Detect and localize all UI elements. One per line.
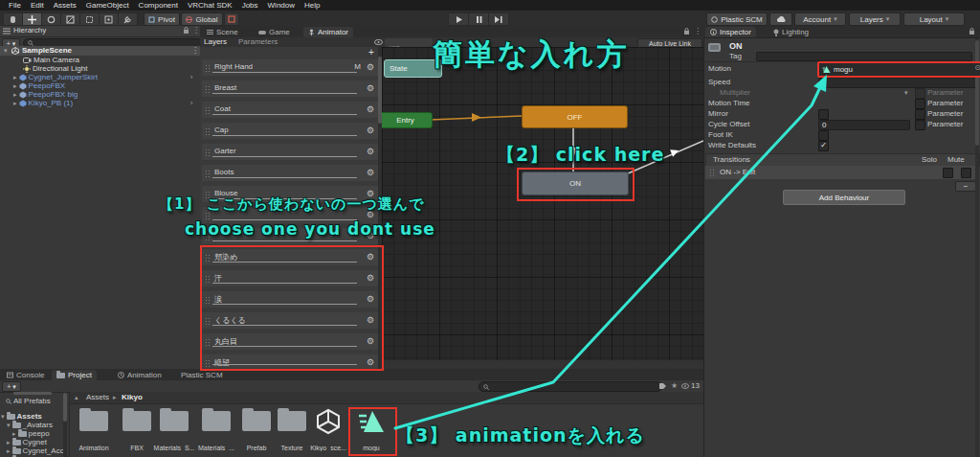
multiplier-parameter-checkbox[interactable] bbox=[915, 88, 925, 99]
caret-right-icon[interactable]: ▸ bbox=[13, 100, 17, 107]
layer-row-kurukuru[interactable]: くるくる⚙ bbox=[202, 312, 378, 329]
layer-weight-slider[interactable] bbox=[212, 72, 357, 73]
kebab-menu-icon[interactable]: ⋮ bbox=[192, 26, 200, 35]
layer-weight-slider[interactable] bbox=[212, 156, 357, 157]
write-defaults-checkbox[interactable]: ✓ bbox=[818, 141, 829, 151]
tab-console[interactable]: Console bbox=[2, 370, 49, 380]
drag-handle[interactable] bbox=[205, 296, 211, 304]
plastic-scm-button[interactable]: Plastic SCM bbox=[706, 12, 768, 26]
tree-item-cygnet[interactable]: ▸ Cygnet bbox=[7, 438, 47, 446]
prefab-open-arrow[interactable]: › bbox=[190, 100, 192, 106]
layout-dropdown[interactable]: Layout▾ bbox=[903, 12, 965, 26]
drag-handle[interactable] bbox=[205, 275, 211, 283]
speed-field[interactable]: 1 bbox=[818, 78, 979, 88]
pause-button[interactable] bbox=[468, 12, 489, 26]
lock-icon[interactable] bbox=[969, 28, 975, 35]
hierarchy-scene-row[interactable]: ▾ SampleScene ⋮ bbox=[0, 46, 200, 56]
on-node[interactable]: ON bbox=[522, 171, 629, 195]
account-dropdown[interactable]: Account▾ bbox=[794, 12, 846, 26]
project-search-input[interactable] bbox=[479, 381, 662, 392]
tree-item-all-prefabs[interactable]: All Prefabs bbox=[6, 397, 51, 405]
drag-handle[interactable] bbox=[205, 106, 211, 114]
project-item-mogu[interactable]: mogu bbox=[350, 405, 392, 453]
layer-row-coat[interactable]: Coat⚙ bbox=[202, 102, 378, 118]
tab-game[interactable]: Game bbox=[254, 27, 295, 37]
caret-down-icon[interactable]: ▾ bbox=[4, 47, 8, 55]
tree-item-assets[interactable]: ▾ Assets bbox=[1, 412, 42, 421]
caret-right-icon[interactable]: ▸ bbox=[12, 430, 16, 438]
hierarchy-item-peepofbx[interactable]: ▸ PeepoFBX bbox=[13, 81, 65, 90]
tab-animation[interactable]: Animation bbox=[113, 370, 167, 380]
animator-graph[interactable]: State Entry OFF ON Kikyo/Animation/Anima… bbox=[382, 47, 703, 369]
cycle-offset-parameter-checkbox[interactable] bbox=[915, 120, 925, 130]
drag-handle[interactable] bbox=[205, 338, 211, 346]
scale-tool-button[interactable] bbox=[60, 12, 80, 26]
caret-right-icon[interactable]: ▸ bbox=[7, 439, 11, 446]
tab-scene[interactable]: Scene bbox=[202, 27, 243, 37]
layer-weight-slider[interactable] bbox=[212, 364, 357, 365]
menu-help[interactable]: Help bbox=[300, 1, 324, 11]
gear-icon[interactable]: ⚙ bbox=[367, 147, 374, 156]
drag-handle[interactable] bbox=[205, 85, 211, 93]
layer-row-ase[interactable]: 汗⚙ bbox=[202, 270, 378, 286]
gear-icon[interactable]: ⚙ bbox=[367, 104, 374, 114]
caret-down-icon[interactable]: ▾ bbox=[1, 413, 5, 421]
tree-item-avatars[interactable]: ▾ _Avatars bbox=[7, 421, 53, 429]
menu-vrchat-sdk[interactable]: VRChat SDK bbox=[183, 1, 237, 11]
layer-row-right-hand[interactable]: Right HandM⚙ bbox=[202, 59, 378, 76]
tab-inspector[interactable]: Inspector bbox=[705, 27, 756, 37]
snap-tool-button[interactable] bbox=[224, 12, 239, 26]
rect-tool-button[interactable] bbox=[79, 12, 100, 26]
layer-weight-slider[interactable] bbox=[212, 177, 357, 178]
layer-weight-slider[interactable] bbox=[212, 262, 357, 263]
drag-handle[interactable] bbox=[205, 127, 211, 135]
tab-plastic-scm[interactable]: Plastic SCM bbox=[176, 370, 228, 380]
breadcrumb-assets[interactable]: Assets bbox=[86, 393, 109, 402]
gear-icon[interactable]: ⚙ bbox=[367, 357, 374, 367]
menu-window[interactable]: Window bbox=[263, 1, 300, 11]
hierarchy-item-cygnet-jumperskirt[interactable]: ▸ Cygnet_JumperSkirt bbox=[13, 73, 98, 81]
gear-icon[interactable]: ⚙ bbox=[367, 252, 374, 262]
menu-component[interactable]: Component bbox=[134, 1, 183, 11]
menu-file[interactable]: File bbox=[4, 1, 26, 11]
drag-handle[interactable] bbox=[205, 149, 211, 156]
hierarchy-item-main-camera[interactable]: Main Camera bbox=[23, 56, 79, 64]
menu-jobs[interactable]: Jobs bbox=[237, 1, 263, 11]
layer-row-hoozome[interactable]: 頬染め⚙ bbox=[202, 249, 378, 265]
add-layer-button[interactable]: + bbox=[368, 48, 374, 57]
foot-ik-checkbox[interactable] bbox=[818, 130, 829, 141]
layer-row-zetsubou[interactable]: 絶望⚙ bbox=[202, 354, 378, 368]
chevron-down-icon[interactable]: ▾ bbox=[904, 89, 908, 97]
menu-assets[interactable]: Assets bbox=[49, 1, 81, 11]
drag-handle[interactable] bbox=[205, 254, 211, 262]
mirror-parameter-checkbox[interactable] bbox=[915, 109, 925, 120]
caret-right-icon[interactable]: ▸ bbox=[13, 82, 17, 90]
layer-weight-slider[interactable] bbox=[212, 283, 357, 284]
project-item-materials-s[interactable]: Materials_S... bbox=[153, 405, 195, 453]
menu-edit[interactable]: Edit bbox=[26, 1, 49, 11]
transform-tool-button[interactable] bbox=[99, 12, 119, 26]
drag-handle[interactable] bbox=[205, 359, 211, 367]
layer-row-namida[interactable]: 涙⚙ bbox=[202, 291, 378, 308]
drag-handle[interactable] bbox=[205, 170, 211, 177]
transition-row[interactable]: ON -> Exit bbox=[705, 166, 978, 179]
inspector-state-name[interactable]: ON bbox=[729, 41, 743, 51]
mute-checkbox[interactable] bbox=[961, 168, 971, 178]
tab-layers[interactable]: Layers bbox=[204, 37, 227, 47]
project-item-kikyo-scene[interactable]: Kikyo_sce... bbox=[307, 405, 349, 453]
gear-icon[interactable]: ⚙ bbox=[367, 294, 374, 304]
layer-row-cap[interactable]: Cap⚙ bbox=[202, 123, 378, 139]
layers-dropdown[interactable]: Layers▾ bbox=[849, 12, 901, 26]
move-tool-button[interactable] bbox=[22, 12, 42, 26]
hierarchy-item-directional-light[interactable]: Directional Light bbox=[23, 64, 87, 73]
layer-weight-slider[interactable] bbox=[212, 346, 357, 347]
gear-icon[interactable]: ⚙ bbox=[367, 83, 374, 93]
hand-tool-button[interactable] bbox=[3, 12, 23, 26]
eye-icon[interactable] bbox=[374, 39, 383, 45]
graph-breadcrumb-tab[interactable]: 頬染め bbox=[385, 38, 433, 47]
gear-icon[interactable]: ⚙ bbox=[367, 168, 374, 177]
tab-animator[interactable]: Animator bbox=[303, 27, 353, 37]
custom-tool-button[interactable] bbox=[118, 12, 138, 26]
caret-right-icon[interactable]: ▸ bbox=[13, 91, 17, 99]
tree-item-cygnet-acc[interactable]: ▸ Cygnet_Acc bbox=[7, 446, 64, 455]
